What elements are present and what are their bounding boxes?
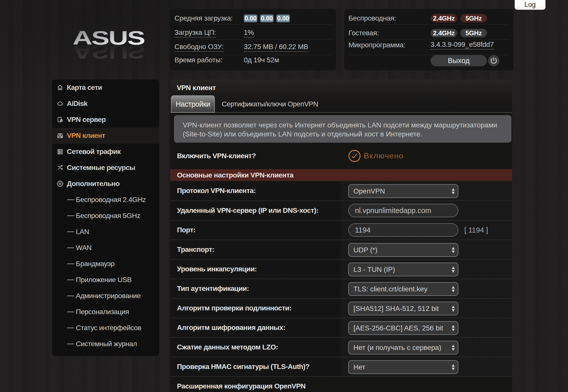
svg-text:ASUS: ASUS — [73, 41, 144, 63]
